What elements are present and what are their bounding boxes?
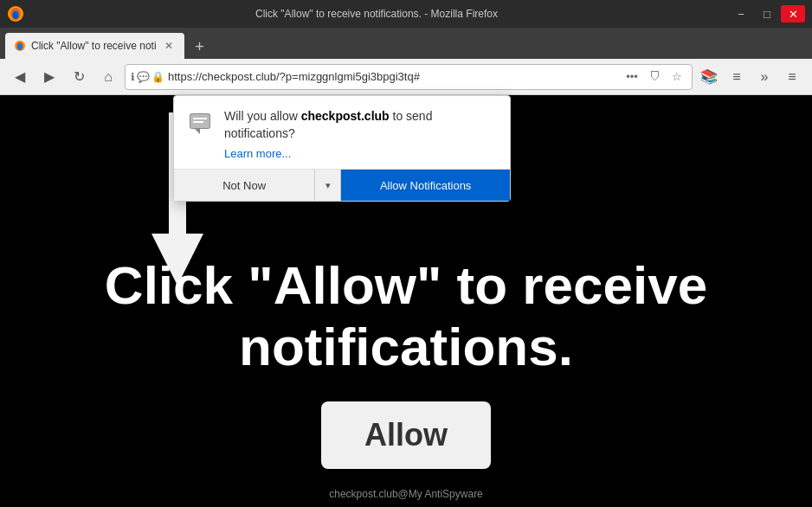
nav-bar: ◀ ▶ ↻ ⌂ ℹ 💬 🔒 ••• ⛉ ☆ 📚 ≡ » ≡ [0,59,812,95]
title-bar-controls[interactable]: − □ ✕ [729,5,805,22]
info-icon: ℹ [131,71,135,83]
url-security-icons: ℹ 💬 🔒 [131,71,164,83]
container-icon[interactable]: ⛉ [645,67,664,87]
url-more-button[interactable]: ••• [622,67,641,87]
close-button[interactable]: ✕ [781,5,805,22]
new-tab-button[interactable]: + [188,35,212,59]
notification-popup: Will you allow checkpost.club to send no… [173,95,511,202]
chat-icon: 💬 [137,71,150,83]
home-button[interactable]: ⌂ [95,64,121,90]
popup-actions: Not Now ▾ Allow Notifications [174,169,510,201]
popup-body: Will you allow checkpost.club to send no… [174,96,510,169]
svg-point-3 [13,12,18,19]
back-button[interactable]: ◀ [7,64,33,90]
svg-point-6 [17,43,23,50]
popup-question: Will you allow checkpost.club to send no… [224,108,498,142]
url-right-icons: ••• ⛉ ☆ [622,67,686,87]
tab-favicon [14,40,26,52]
reload-button[interactable]: ↻ [66,64,92,90]
maximize-button[interactable]: □ [755,5,779,22]
url-input[interactable] [168,70,619,83]
hamburger-menu-button[interactable]: ≡ [779,64,805,90]
active-tab[interactable]: Click "Allow" to receive noti ✕ [5,33,184,59]
tab-bar: Click "Allow" to receive noti ✕ + [0,28,812,59]
main-allow-button[interactable]: Allow [321,401,491,469]
url-bar[interactable]: ℹ 💬 🔒 ••• ⛉ ☆ [125,64,693,90]
svg-marker-10 [195,129,200,134]
popup-chat-icon [186,108,214,136]
window-title: Click "Allow" to receive notifications. … [24,8,729,20]
allow-notifications-button[interactable]: Allow Notifications [341,170,510,201]
firefox-icon [7,5,24,22]
not-now-dropdown-button[interactable]: ▾ [315,170,341,201]
footer-text: checkpost.club@My AntiSpyware [329,488,483,500]
tab-close-button[interactable]: ✕ [162,39,176,53]
overflow-button[interactable]: » [751,64,777,90]
nav-right-icons: 📚 ≡ » ≡ [696,64,805,90]
minimize-button[interactable]: − [729,5,753,22]
popup-text: Will you allow checkpost.club to send no… [224,108,498,160]
bookmark-star-button[interactable]: ☆ [667,67,686,87]
popup-learn-more-link[interactable]: Learn more... [224,147,498,160]
bookmarks-button[interactable]: 📚 [696,64,722,90]
not-now-button[interactable]: Not Now [174,170,315,201]
tab-title: Click "Allow" to receive noti [31,40,157,52]
reader-view-button[interactable]: ≡ [724,64,750,90]
title-bar: Click "Allow" to receive notifications. … [0,0,812,28]
lock-icon: 🔒 [151,71,164,83]
popup-site: checkpost.club [301,109,390,123]
forward-button[interactable]: ▶ [36,64,62,90]
title-bar-left [7,5,24,22]
